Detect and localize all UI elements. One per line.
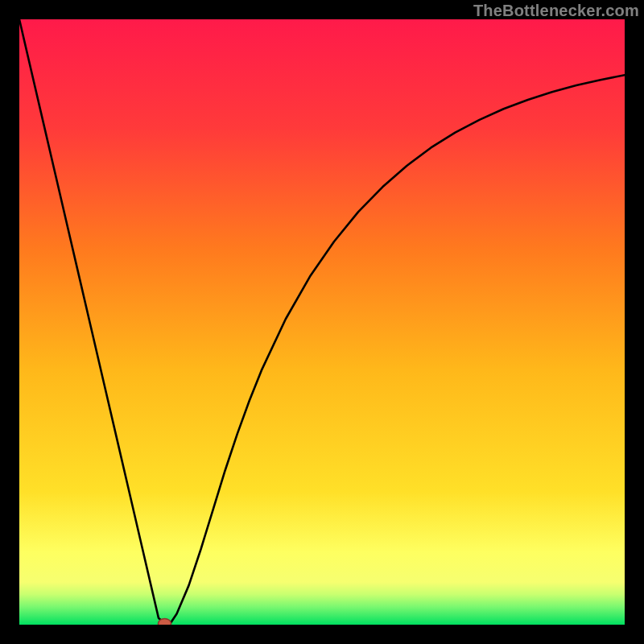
minimum-marker: [158, 619, 171, 625]
chart-frame: [19, 19, 625, 625]
gradient-background: [19, 19, 625, 625]
attribution-text: TheBottlenecker.com: [473, 2, 639, 20]
bottleneck-heatmap-chart: [19, 19, 625, 625]
